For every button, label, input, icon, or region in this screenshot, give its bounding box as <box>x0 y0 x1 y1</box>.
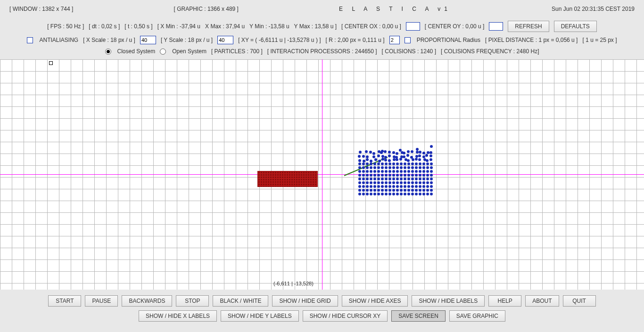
backwards-button[interactable]: BACKWARDS <box>122 295 172 307</box>
cursor-coordinates: (-6,611 | -13,528) <box>273 281 314 286</box>
quit-button[interactable]: QUIT <box>563 295 596 307</box>
xscale-input[interactable] <box>140 36 156 44</box>
centerox-label: [ CENTER OX : 0,00 u ] <box>341 23 401 30</box>
particles-label: [ PARTICLES : 700 ] <box>211 48 263 55</box>
xscale-label: [ X Scale : 18 px / u ] <box>83 37 135 43</box>
radius-input[interactable] <box>389 36 400 44</box>
ymax-label: Y Max : 13,58 u ] <box>294 23 337 30</box>
app-title: E L A S T I C A v1 <box>339 6 451 12</box>
stop-button[interactable]: STOP <box>176 295 209 307</box>
about-button[interactable]: ABOUT <box>525 295 559 307</box>
save-graphic-button[interactable]: SAVE GRAPHIC <box>449 310 505 322</box>
centeroy-label: [ CENTER OY : 0,00 u ] <box>425 23 485 30</box>
particle <box>399 149 402 152</box>
show-hide-x-labels-button[interactable]: SHOW / HIDE X LABELS <box>139 310 217 322</box>
particle <box>430 145 433 148</box>
blue-particle-block <box>358 151 434 197</box>
collisions-frequency-label: [ COLISIONS FREQUENCY : 2480 Hz] <box>441 48 539 55</box>
particle <box>381 150 384 153</box>
yscale-label: [ Y Scale : 18 px / u ] <box>161 37 213 43</box>
closed-system-label: Closed System <box>117 48 156 55</box>
show-hide-cursor-xy-button[interactable]: SHOW / HIDE CURSOR XY <box>303 310 388 322</box>
pixel-unit-label: [ 1 u = 25 px ] <box>582 37 617 43</box>
show-hide-axes-button[interactable]: SHOW / HIDE AXES <box>342 295 408 307</box>
centeroy-input[interactable] <box>489 22 503 31</box>
open-system-radio[interactable] <box>160 49 166 55</box>
graphic-size-label: [ GRAPHIC : 1366 x 489 ] <box>174 6 239 12</box>
red-particle-block <box>257 171 318 187</box>
start-button[interactable]: START <box>48 295 81 307</box>
r-label: [ R : 2,00 px = 0,111 u ] <box>326 37 385 43</box>
xmax-label: X Max : 37,94 u <box>205 23 245 30</box>
ymin-label: Y Min : -13,58 u <box>249 23 289 30</box>
datetime-label: Sun Jun 02 20:31:35 CEST 2019 <box>552 6 635 12</box>
help-button[interactable]: HELP <box>488 295 521 307</box>
open-system-label: Open System <box>172 48 206 55</box>
interaction-processors-label: [ INTERACTION PROCESSORS : 244650 ] <box>267 48 377 55</box>
proportional-radius-label: PROPORTIONAL Radius <box>417 37 480 43</box>
y-axis <box>322 59 322 290</box>
pause-button[interactable]: PAUSE <box>85 295 118 307</box>
show-hide-grid-button[interactable]: SHOW / HIDE GRID <box>272 295 338 307</box>
show-hide-y-labels-button[interactable]: SHOW / HIDE Y LABELS <box>221 310 299 322</box>
particle <box>416 148 419 151</box>
xmin-label: [ X Min : -37,94 u <box>157 23 200 30</box>
defaults-button[interactable]: DEFAULTS <box>554 21 597 32</box>
simulation-canvas[interactable]: (-6,611 | -13,528) <box>0 59 644 290</box>
pixel-distance-label: [ PIXEL DISTANCE : 1 px = 0,056 u ] <box>485 37 578 43</box>
yscale-input[interactable] <box>217 36 233 44</box>
t-label: [ t : 0,50 s ] <box>124 23 152 30</box>
proportional-radius-checkbox[interactable] <box>405 37 411 43</box>
fps-label: [ FPS : 50 Hz ] <box>47 23 84 30</box>
save-screen-button[interactable]: SAVE SCREEN <box>391 310 445 322</box>
origin-marker <box>49 61 53 65</box>
dt-label: [ dt : 0,02 s ] <box>89 23 120 30</box>
refresh-button[interactable]: REFRESH <box>508 21 549 32</box>
xy-label: [ XY = ( -6,6111 u | -13,5278 u ) ] <box>238 37 321 43</box>
antialias-checkbox[interactable] <box>27 37 33 43</box>
closed-system-radio[interactable] <box>105 49 111 55</box>
centerox-input[interactable] <box>406 22 420 31</box>
collisions-label: [ COLISIONS : 1240 ] <box>382 48 436 55</box>
antialias-label: ANTIALIASING <box>39 37 78 43</box>
show-hide-labels-button[interactable]: SHOW / HIDE LABELS <box>412 295 485 307</box>
window-size-label: [ WINDOW : 1382 x 744 ] <box>9 6 73 12</box>
black-white-button[interactable]: BLACK / WHITE <box>213 295 268 307</box>
